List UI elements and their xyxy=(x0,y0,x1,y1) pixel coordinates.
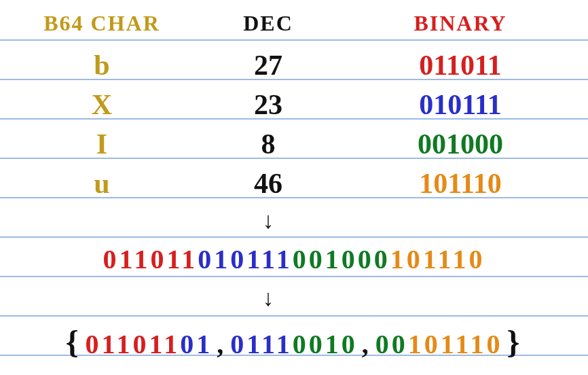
header-char: B64 CHAR xyxy=(0,11,204,36)
byte-seg: 01 xyxy=(180,328,213,360)
table-row: b 27 011011 xyxy=(0,49,588,82)
table-row: u 46 101110 xyxy=(0,167,588,200)
cell-bin: 010111 xyxy=(333,88,588,121)
bits-seg: 001000 xyxy=(293,243,390,275)
arrow-down: ↓ xyxy=(0,285,588,311)
byte-seg: 00 xyxy=(375,328,408,360)
cell-dec: 46 xyxy=(204,167,333,200)
separator: , xyxy=(362,328,371,360)
table-row: I 8 001000 xyxy=(0,128,588,160)
cell-char: X xyxy=(0,88,204,121)
header-dec: DEC xyxy=(204,11,333,36)
concatenated-bits: 011011010111001000101110 xyxy=(0,243,588,275)
cell-char: b xyxy=(0,49,204,82)
cell-bin: 011011 xyxy=(333,49,588,82)
bits-seg: 011011 xyxy=(103,243,198,275)
separator: , xyxy=(217,328,226,360)
cell-bin: 101110 xyxy=(333,167,588,200)
byte-seg: 0010 xyxy=(293,328,358,360)
arrow-down: ↓ xyxy=(0,208,588,234)
header-row: B64 CHAR DEC BINARY xyxy=(0,11,588,36)
cell-char: u xyxy=(0,167,204,200)
byte-seg: 101110 xyxy=(408,328,503,360)
bits-seg: 101110 xyxy=(390,243,485,275)
cell-char: I xyxy=(0,128,204,160)
arrow-icon: ↓ xyxy=(204,208,333,234)
byte-seg: 011011 xyxy=(86,328,181,360)
bits-seg: 010111 xyxy=(198,243,293,275)
bytes-row: { 01101101 , 01110010 , 00101110 } xyxy=(0,323,588,361)
brace-close: } xyxy=(507,323,522,361)
brace-open: { xyxy=(66,323,81,361)
byte-seg: 0111 xyxy=(230,328,293,360)
cell-bin: 001000 xyxy=(333,128,588,160)
cell-dec: 23 xyxy=(204,88,333,121)
cell-dec: 8 xyxy=(204,128,333,160)
cell-dec: 27 xyxy=(204,49,333,82)
arrow-icon: ↓ xyxy=(204,285,333,311)
table-row: X 23 010111 xyxy=(0,88,588,121)
header-bin: BINARY xyxy=(333,11,588,36)
